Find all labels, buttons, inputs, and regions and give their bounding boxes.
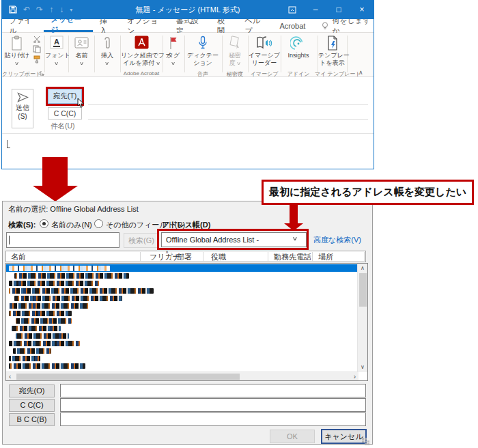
to-recipients-field[interactable] — [60, 384, 366, 397]
body-caret[interactable] — [7, 140, 10, 148]
list-item[interactable] — [6, 264, 357, 272]
collapse-ribbon-icon[interactable]: ∧ — [358, 69, 363, 76]
list-item[interactable] — [6, 279, 357, 287]
scroll-up-icon[interactable]: ∧ — [361, 266, 365, 271]
tags-button[interactable]: タグ∨ — [163, 35, 184, 67]
adobe-attach-button[interactable]: リンク経由でファ イルを添付 ∨ — [121, 35, 162, 67]
minimize-button[interactable]: – — [304, 5, 327, 14]
censored-name — [9, 341, 80, 346]
to-recipients-button[interactable]: 宛先(O) — [9, 384, 55, 397]
list-item[interactable] — [6, 354, 357, 362]
tab-acrobat[interactable]: Acrobat — [272, 19, 312, 32]
redo-icon[interactable]: ↷ — [36, 5, 43, 14]
group-label-adobe: Adobe Acrobat — [121, 70, 162, 76]
bcc-recipients-button[interactable]: B C C(B) — [9, 413, 55, 426]
list-item[interactable] — [6, 347, 357, 354]
column-department[interactable]: 部署 — [177, 252, 192, 262]
to-field[interactable] — [88, 104, 368, 105]
send-icon — [12, 92, 33, 102]
close-button[interactable]: × — [350, 5, 374, 14]
save-icon[interactable] — [9, 5, 17, 14]
tab-message[interactable]: メッセージ — [44, 19, 92, 32]
cc-recipients-field[interactable] — [60, 398, 366, 412]
names-button[interactable]: 名前∨ — [70, 35, 94, 67]
radio-name-only[interactable] — [40, 219, 48, 228]
view-templates-button[interactable]: テンプレー トを表示 — [318, 35, 346, 67]
copy-icon[interactable] — [33, 45, 41, 53]
undo-icon[interactable]: ↶ — [23, 5, 30, 14]
tab-review[interactable]: 校閲 — [210, 19, 238, 32]
horizontal-scrollbar[interactable]: ‹ › — [6, 372, 358, 380]
red-arrow-down — [42, 157, 68, 186]
cancel-button[interactable]: キャンセル — [321, 429, 367, 444]
callout-arrow — [290, 205, 298, 223]
column-location[interactable]: 場所 — [318, 252, 333, 262]
dialog-launcher-icon[interactable] — [40, 71, 44, 76]
name-list[interactable]: ∧ ∨ ‹ › — [5, 263, 368, 381]
column-name[interactable]: 名前 — [11, 252, 26, 262]
text-caret — [9, 236, 10, 244]
list-item[interactable] — [6, 362, 357, 369]
scroll-down-icon[interactable]: ∨ — [361, 365, 365, 370]
censored-name — [9, 281, 99, 286]
censored-name — [14, 273, 129, 279]
dialog-title: 名前の選択: Offline Global Address List — [8, 204, 139, 214]
cut-icon[interactable] — [33, 36, 41, 43]
bcc-recipients-field[interactable] — [60, 412, 366, 426]
ribbon: 貼り付け∨ A フォント∨ 名前∨ 挿入∨ リンク経由でファ イルを添付 ∨ タ… — [2, 33, 374, 77]
tab-insert[interactable]: 挿入 — [93, 19, 120, 32]
sensitivity-badge-icon — [223, 36, 247, 51]
subject-field[interactable] — [2, 133, 374, 134]
advanced-find-link[interactable]: 高度な検索(V) — [313, 235, 361, 245]
list-item[interactable] — [6, 272, 357, 279]
scroll-left-icon[interactable]: ‹ — [9, 374, 11, 380]
sensitivity-button: 秘密 度 ∨ — [223, 35, 247, 67]
tab-file[interactable]: ファイル — [2, 19, 44, 32]
send-button[interactable]: 送信 (S) — [12, 89, 33, 128]
callout-arrow-head — [284, 223, 303, 231]
radio-other-fields[interactable] — [94, 219, 103, 228]
cc-field[interactable] — [88, 119, 368, 120]
tell-me-box[interactable]: 何をしますか — [312, 19, 374, 32]
list-item[interactable] — [6, 339, 357, 347]
tab-help[interactable]: ヘルプ — [238, 19, 272, 32]
move-down-icon[interactable]: ↓ — [59, 5, 64, 14]
column-title[interactable]: 役職 — [211, 252, 226, 262]
maximize-button[interactable]: □ — [327, 5, 350, 14]
move-up-icon[interactable]: ↑ — [49, 5, 53, 14]
list-item[interactable] — [6, 287, 357, 294]
resize-grip[interactable] — [362, 438, 364, 440]
cc-button[interactable]: C C(C) — [48, 107, 82, 120]
list-item[interactable] — [6, 324, 357, 332]
subject-label: 件名(U) — [51, 122, 75, 131]
insights-button[interactable]: Insights — [281, 35, 315, 59]
mouse-cursor — [77, 98, 85, 109]
tab-format-text[interactable]: 書式設定 — [169, 19, 210, 32]
ok-button: OK — [270, 430, 315, 443]
radio-name-only-label[interactable]: 名前のみ(N) — [51, 220, 92, 230]
format-painter-icon[interactable] — [33, 55, 41, 64]
vertical-scroll-thumb[interactable] — [359, 273, 367, 307]
list-item[interactable] — [6, 309, 357, 317]
search-input[interactable] — [6, 232, 120, 248]
list-item[interactable] — [6, 332, 357, 339]
ribbon-display-options-icon[interactable] — [281, 6, 304, 14]
list-item[interactable] — [6, 317, 357, 324]
font-button[interactable]: A フォント∨ — [45, 35, 68, 67]
list-item[interactable] — [6, 302, 357, 309]
column-business-phone[interactable]: 勤務先電話 — [274, 252, 311, 262]
callout-box: 最初に指定されるアドレス帳を変更したい — [262, 180, 474, 205]
vertical-scrollbar[interactable]: ∧ ∨ — [357, 264, 367, 372]
attach-file-button[interactable]: 挿入∨ — [95, 35, 120, 67]
list-item[interactable] — [6, 294, 357, 302]
cc-recipients-button[interactable]: C C(C) — [9, 399, 55, 412]
censored-name — [13, 348, 51, 354]
tab-options[interactable]: オプション — [120, 19, 169, 32]
censored-name — [16, 318, 72, 324]
dictate-button[interactable]: ディクテー ション — [185, 35, 221, 67]
scroll-right-icon[interactable]: › — [354, 374, 356, 380]
horizontal-scroll-thumb[interactable] — [16, 374, 240, 380]
immersive-reader-button[interactable]: イマーシブ リーダー — [249, 35, 280, 67]
customize-qat-icon[interactable]: ▾ — [70, 7, 72, 13]
paste-button[interactable]: 貼り付け∨ — [3, 35, 31, 67]
